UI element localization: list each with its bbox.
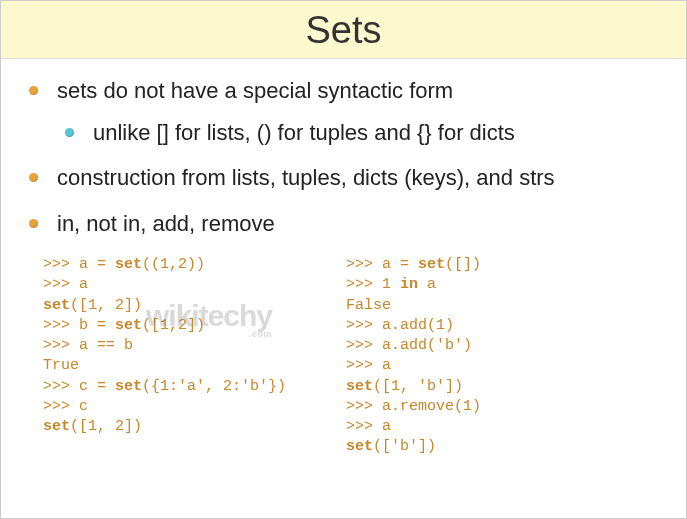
- code-text: >>> b =: [43, 317, 115, 334]
- code-text: >>> c =: [43, 378, 115, 395]
- code-block-left: >>> a = set((1,2)) >>> a set([1, 2]) >>>…: [43, 255, 286, 458]
- code-text: >>> a: [346, 357, 391, 374]
- code-text: >>> a.add(1): [346, 317, 454, 334]
- bullet-item: construction from lists, tuples, dicts (…: [43, 164, 656, 192]
- code-keyword: set: [115, 256, 142, 273]
- code-keyword: set: [115, 378, 142, 395]
- code-text: False: [346, 297, 391, 314]
- code-text: ((1,2)): [142, 256, 205, 273]
- code-text: ([1, 2]): [70, 297, 142, 314]
- code-text: >>> a.remove(1): [346, 398, 481, 415]
- sub-bullet-item: unlike [] for lists, () for tuples and {…: [79, 119, 656, 147]
- code-text: (['b']): [373, 438, 436, 455]
- bullet-item: in, not in, add, remove: [43, 210, 656, 238]
- code-keyword: set: [346, 378, 373, 395]
- code-block-right: >>> a = set([]) >>> 1 in a False >>> a.a…: [346, 255, 481, 458]
- code-text: >>> a.add('b'): [346, 337, 472, 354]
- code-text: >>> a: [43, 276, 88, 293]
- code-text: a: [418, 276, 436, 293]
- code-text: >>> c: [43, 398, 88, 415]
- code-keyword: in: [400, 276, 418, 293]
- code-text: >>> 1: [346, 276, 400, 293]
- code-text: ([1,2]): [142, 317, 205, 334]
- code-text: ([]): [445, 256, 481, 273]
- code-keyword: set: [346, 438, 373, 455]
- code-keyword: set: [418, 256, 445, 273]
- code-keyword: set: [43, 418, 70, 435]
- bullet-list: sets do not have a special syntactic for…: [43, 77, 656, 237]
- slide-title: Sets: [1, 1, 686, 59]
- code-text: ([1, 'b']): [373, 378, 463, 395]
- code-text: >>> a: [346, 418, 391, 435]
- bullet-text: construction from lists, tuples, dicts (…: [57, 165, 555, 190]
- code-text: ([1, 2]): [70, 418, 142, 435]
- bullet-item: sets do not have a special syntactic for…: [43, 77, 656, 146]
- sub-bullet-list: unlike [] for lists, () for tuples and {…: [79, 119, 656, 147]
- code-text: True: [43, 357, 79, 374]
- code-text: >>> a =: [346, 256, 418, 273]
- code-text: >>> a == b: [43, 337, 133, 354]
- code-columns: >>> a = set((1,2)) >>> a set([1, 2]) >>>…: [43, 255, 656, 458]
- slide-content: sets do not have a special syntactic for…: [1, 59, 686, 468]
- code-text: >>> a =: [43, 256, 115, 273]
- bullet-text: sets do not have a special syntactic for…: [57, 78, 453, 103]
- code-text: ({1:'a', 2:'b'}): [142, 378, 286, 395]
- code-keyword: set: [43, 297, 70, 314]
- code-keyword: set: [115, 317, 142, 334]
- bullet-text: unlike [] for lists, () for tuples and {…: [93, 120, 515, 145]
- bullet-text: in, not in, add, remove: [57, 211, 275, 236]
